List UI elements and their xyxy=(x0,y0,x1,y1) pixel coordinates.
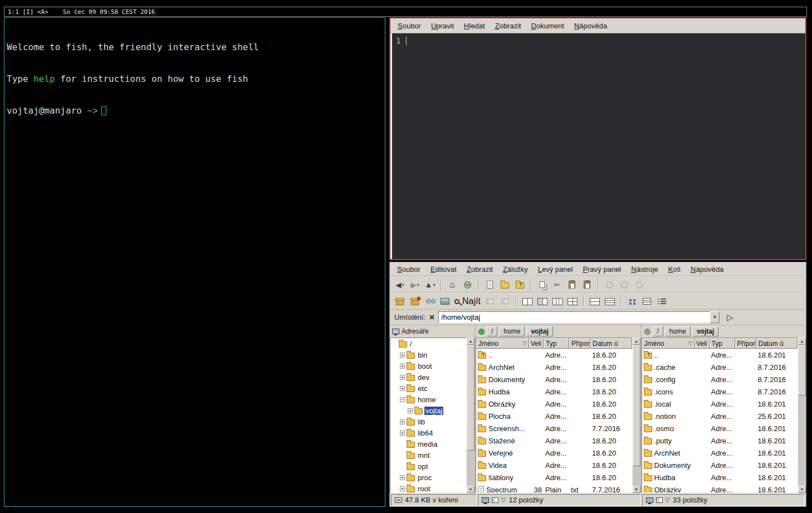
column-header-jméno[interactable]: Jméno▽ xyxy=(642,338,695,349)
file-row-.local[interactable]: .localAdre...18.6.201 xyxy=(642,398,798,410)
folder-up-button[interactable] xyxy=(512,278,527,291)
tree-item-lib64[interactable]: +lib64 xyxy=(390,427,466,438)
find-button[interactable]: Najít xyxy=(453,295,482,308)
scroll-up-button[interactable]: ▲ xyxy=(798,338,806,345)
column-header-datum-ú[interactable]: Datum ú xyxy=(756,338,798,349)
menu-item-zobrazit[interactable]: Zobrazit xyxy=(462,263,498,276)
expand-icon[interactable]: + xyxy=(400,375,405,380)
terminal-prompt-line[interactable]: vojtaj@manjaro ~> xyxy=(7,105,384,116)
image-viewer-button[interactable] xyxy=(438,295,452,308)
menu-item-dokument[interactable]: Dokument xyxy=(526,19,569,32)
column-header-typ[interactable]: Typ xyxy=(544,338,569,349)
menu-item-záložky[interactable]: Záložky xyxy=(498,263,533,276)
file-row-dokumenty[interactable]: DokumentyAdre...18.6.20 xyxy=(476,373,632,385)
new-file-button[interactable] xyxy=(482,278,497,291)
tree-item-proc[interactable]: +proc xyxy=(390,472,466,483)
column-header-jméno[interactable]: Jméno▽ xyxy=(476,338,529,349)
view-detailed-button[interactable] xyxy=(655,295,669,308)
pack-button[interactable] xyxy=(393,295,407,308)
column-header-přípon[interactable]: Přípon xyxy=(569,338,590,349)
mount-button[interactable] xyxy=(483,295,497,308)
column-header-veli[interactable]: Veli xyxy=(695,338,710,349)
free-space-icon[interactable] xyxy=(482,497,489,503)
settings-button[interactable]: ⚙⚙ xyxy=(423,295,437,308)
file-row-obrázky[interactable]: ObrázkyAdre...18.6.201 xyxy=(642,483,798,492)
scrollbar-thumb[interactable] xyxy=(798,345,806,395)
column-header-veli[interactable]: Veli xyxy=(529,338,544,349)
column-header-přípon[interactable]: Přípon xyxy=(735,338,756,349)
paste-special-button[interactable] xyxy=(580,278,594,291)
location-dropdown-button[interactable]: ▼ xyxy=(710,311,720,323)
file-row-parent[interactable]: ..Adre...18.6.20 xyxy=(476,349,632,361)
menu-item-koš[interactable]: Koš xyxy=(663,263,686,276)
tree-item-etc[interactable]: +etc xyxy=(390,383,466,394)
file-row-šablony[interactable]: šablonyAdre...18.6.20 xyxy=(476,471,632,483)
layout-grid-button[interactable] xyxy=(565,295,580,308)
forward-button[interactable]: ▶▾ xyxy=(408,278,422,291)
home-button[interactable]: ⌂ xyxy=(445,278,459,291)
editor-text-area[interactable]: 1 xyxy=(390,33,805,259)
layout-three-pane-button[interactable] xyxy=(550,295,565,308)
scrollbar-thumb[interactable] xyxy=(633,345,640,466)
scroll-down-button[interactable]: ▼ xyxy=(633,486,640,493)
tree-scrollbar[interactable]: ▲ ▼ xyxy=(467,338,475,493)
scrollbar-thumb[interactable] xyxy=(467,345,475,451)
go-button[interactable]: ▷ xyxy=(727,312,733,323)
file-row-parent[interactable]: ..Adre...18.6.201 xyxy=(642,349,798,361)
file-row-.putty[interactable]: .puttyAdre...18.6.201 xyxy=(642,434,798,447)
file-row-hudba[interactable]: HudbaAdre...18.6.201 xyxy=(642,471,798,483)
expand-icon[interactable]: + xyxy=(400,475,405,480)
breadcrumb-root[interactable]: / xyxy=(653,326,663,336)
tree-item-mnt[interactable]: +mnt xyxy=(390,450,466,461)
expand-icon[interactable]: + xyxy=(400,431,405,436)
file-row-dokumenty[interactable]: DokumentyAdre...18.6.201 xyxy=(642,459,798,471)
location-input[interactable] xyxy=(438,311,710,323)
menu-item-hledat[interactable]: Hledat xyxy=(459,19,490,32)
view-thumbnails-button[interactable] xyxy=(625,295,639,308)
refresh-button[interactable] xyxy=(602,278,617,291)
breadcrumb-vojtaj[interactable]: vojtaj xyxy=(692,326,718,336)
scroll-up-button[interactable]: ▲ xyxy=(467,338,475,345)
file-row-.notion[interactable]: .notionAdre...25.6.201 xyxy=(642,410,798,422)
layout-horizontal-split-button[interactable] xyxy=(588,295,602,308)
left-panel-scrollbar[interactable]: ▲ ▼ xyxy=(633,338,640,493)
file-row-.osmo[interactable]: .osmoAdre...18.6.201 xyxy=(642,422,798,434)
eject-button[interactable] xyxy=(498,295,512,308)
terminal-window[interactable]: Welcome to fish, the friendly interactiv… xyxy=(4,17,385,507)
menu-item-soubor[interactable]: Soubor xyxy=(392,263,425,276)
unpack-button[interactable] xyxy=(408,295,422,308)
file-row-plocha[interactable]: PlochaAdre...18.6.20 xyxy=(476,410,632,422)
back-button[interactable]: ◀▾ xyxy=(393,278,407,291)
scroll-up-button[interactable]: ▲ xyxy=(633,338,640,345)
scrollbar-track[interactable] xyxy=(633,345,640,486)
filter-icon[interactable]: ▽ xyxy=(666,496,670,504)
menu-item-zobrazit[interactable]: Zobrazit xyxy=(490,19,526,32)
scroll-down-button[interactable]: ▼ xyxy=(798,486,806,493)
menu-item-soubor[interactable]: Soubor xyxy=(393,19,426,32)
clear-location-icon[interactable]: × xyxy=(429,313,434,322)
free-space-icon[interactable] xyxy=(646,497,653,503)
tree-item-home[interactable]: −home xyxy=(390,394,466,405)
panel-toggle-icon[interactable] xyxy=(492,497,498,503)
tree-item-opt[interactable]: +opt xyxy=(390,461,466,472)
breadcrumb-home[interactable]: home xyxy=(665,326,691,336)
menu-item-nápověda[interactable]: Nápověda xyxy=(569,19,612,32)
layout-horizontal-rows-button[interactable] xyxy=(603,295,617,308)
menu-item-upravit[interactable]: Upravit xyxy=(426,19,459,32)
expand-icon[interactable]: + xyxy=(400,364,405,369)
file-row-videa[interactable]: VideaAdre...18.6.20 xyxy=(476,459,632,471)
expand-icon[interactable]: + xyxy=(400,386,405,391)
scrollbar-track[interactable] xyxy=(467,345,475,486)
tree-item-vojtaj[interactable]: +vojtaj xyxy=(390,405,466,416)
sync-button[interactable] xyxy=(632,278,647,291)
stop-button[interactable] xyxy=(617,278,632,291)
file-row-obrázky[interactable]: ObrázkyAdre...18.6.20 xyxy=(476,398,632,410)
file-row-archnet[interactable]: ArchNetAdre...18.6.201 xyxy=(642,447,798,459)
tree-item-media[interactable]: +media xyxy=(390,438,466,450)
layout-vertical-split-button[interactable] xyxy=(520,295,535,308)
expand-icon[interactable]: + xyxy=(408,408,413,413)
file-row-stažené[interactable]: StaženéAdre...18.6.20 xyxy=(476,434,632,447)
menu-item-nástroje[interactable]: Nástroje xyxy=(626,263,663,276)
tree-item-bin[interactable]: +bin xyxy=(390,349,466,360)
file-row-hudba[interactable]: HudbaAdre...18.6.20 xyxy=(476,385,632,398)
